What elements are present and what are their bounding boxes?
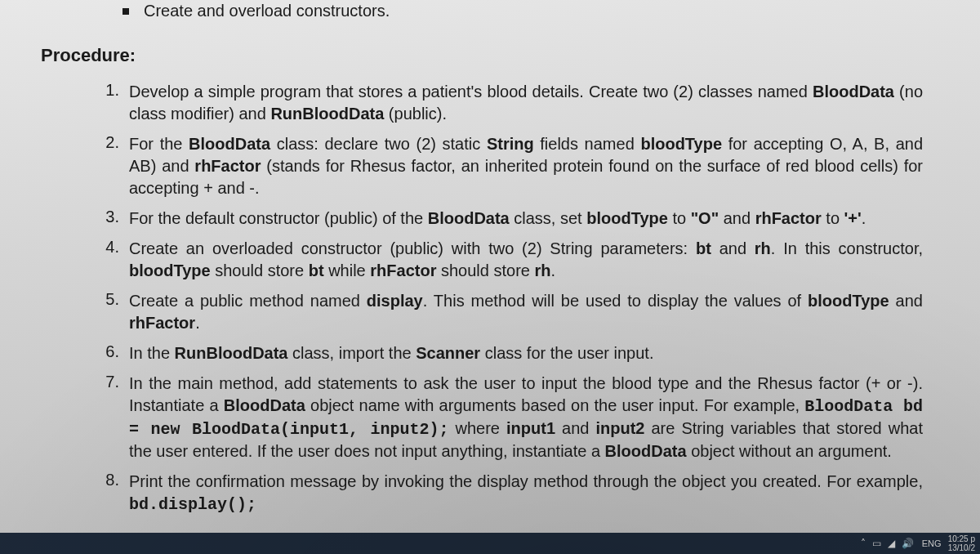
list-content: For the default constructor (public) of … bbox=[129, 208, 898, 230]
list-content: For the BloodData class: declare two (2)… bbox=[129, 133, 956, 199]
list-number: 2. bbox=[98, 133, 119, 152]
bold-text: BloodData bbox=[605, 442, 687, 460]
list-item: 7.In the main method, add statements to … bbox=[98, 373, 956, 462]
bold-text: rh bbox=[535, 261, 551, 279]
list-number: 3. bbox=[98, 208, 119, 226]
list-content: Create a public method named display. Th… bbox=[129, 290, 956, 334]
bold-text: rh bbox=[755, 239, 771, 257]
tray-clock[interactable]: 10:25 p 13/10/2 bbox=[945, 534, 977, 552]
taskbar: ˄ ▭ ◢ 🔊 ENG 10:25 p 13/10/2 bbox=[0, 533, 980, 554]
bold-text: bloodType bbox=[129, 261, 211, 279]
bold-text: String bbox=[487, 135, 534, 153]
list-number: 8. bbox=[98, 471, 119, 489]
list-item: 1.Develop a simple program that stores a… bbox=[98, 81, 956, 125]
speaker-icon[interactable]: 🔊 bbox=[902, 538, 914, 549]
list-number: 4. bbox=[98, 238, 119, 257]
bold-text: bloodType bbox=[640, 135, 722, 153]
bold-text: bt bbox=[309, 261, 324, 279]
bullet-item: Create and overload constructors. bbox=[0, 0, 956, 30]
bold-text: rhFactor bbox=[194, 157, 261, 175]
bold-text: '+' bbox=[844, 209, 862, 227]
bold-text: BloodData bbox=[428, 209, 510, 227]
wifi-icon[interactable]: ◢ bbox=[888, 538, 895, 549]
list-number: 5. bbox=[98, 290, 119, 309]
list-item: 4.Create an overloaded constructor (publ… bbox=[98, 238, 956, 282]
list-number: 6. bbox=[98, 342, 119, 361]
bold-text: Scanner bbox=[416, 344, 480, 362]
bold-text: RunBloodData bbox=[270, 105, 384, 123]
procedure-list: 1.Develop a simple program that stores a… bbox=[0, 81, 956, 516]
bullet-text: Create and overload constructors. bbox=[144, 2, 390, 20]
bold-text: BloodData bbox=[224, 396, 305, 414]
bold-text: BloodData bbox=[813, 83, 894, 101]
bold-text: input2 bbox=[595, 419, 644, 437]
bold-text: rhFactor bbox=[755, 209, 822, 227]
bold-text: bloodType bbox=[808, 292, 889, 310]
list-content: Develop a simple program that stores a p… bbox=[129, 81, 956, 125]
list-item: 6.In the RunBloodData class, import the … bbox=[98, 342, 956, 364]
list-content: In the RunBloodData class, import the Sc… bbox=[129, 342, 686, 364]
list-content: Create an overloaded constructor (public… bbox=[129, 238, 956, 282]
tray-language[interactable]: ENG bbox=[919, 538, 945, 548]
procedure-heading: Procedure: bbox=[0, 30, 956, 81]
code-text: bd.display(); bbox=[129, 495, 256, 514]
list-number: 7. bbox=[98, 373, 119, 391]
chevron-up-icon[interactable]: ˄ bbox=[861, 538, 866, 549]
bold-text: input1 bbox=[506, 419, 555, 437]
list-number: 1. bbox=[98, 81, 119, 100]
list-content: Print the confirmation message by invoki… bbox=[129, 471, 956, 516]
bold-text: rhFactor bbox=[370, 261, 436, 279]
list-item: 8.Print the confirmation message by invo… bbox=[98, 471, 956, 516]
tray-date-text: 13/10/2 bbox=[948, 543, 975, 552]
bold-text: BloodData bbox=[189, 135, 270, 153]
bold-text: display bbox=[367, 292, 423, 310]
bold-text: bt bbox=[696, 239, 711, 257]
bold-text: bloodType bbox=[586, 209, 668, 227]
bold-text: rhFactor bbox=[129, 314, 195, 332]
list-item: 3.For the default constructor (public) o… bbox=[98, 208, 956, 230]
list-item: 5.Create a public method named display. … bbox=[98, 290, 956, 334]
tray-icons: ˄ ▭ ◢ 🔊 bbox=[861, 538, 919, 549]
list-content: In the main method, add statements to as… bbox=[129, 373, 956, 462]
bold-text: RunBloodData bbox=[175, 344, 288, 362]
tray-time-text: 10:25 p bbox=[948, 534, 975, 543]
bullet-marker bbox=[122, 8, 129, 15]
battery-icon[interactable]: ▭ bbox=[872, 538, 881, 549]
list-item: 2.For the BloodData class: declare two (… bbox=[98, 133, 956, 199]
bold-text: "O" bbox=[691, 209, 719, 227]
